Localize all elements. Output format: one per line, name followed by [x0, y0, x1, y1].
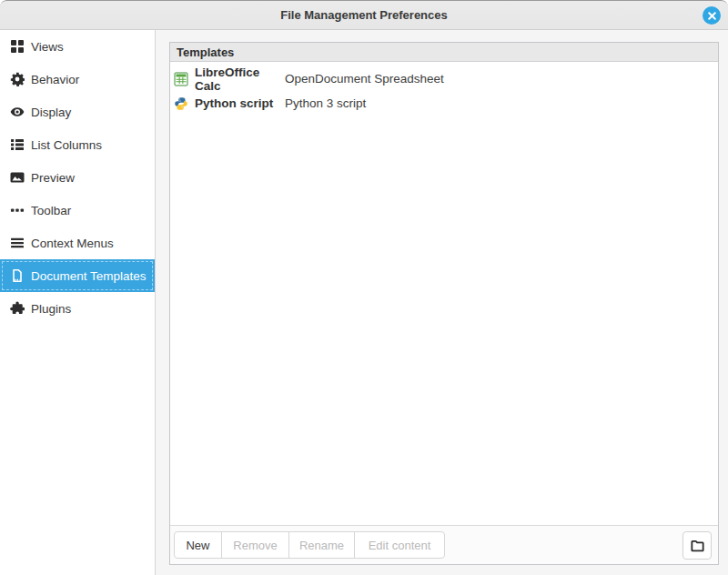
grid-icon	[10, 39, 25, 54]
sidebar-item-label: Context Menus	[31, 237, 114, 250]
sidebar-item-label: Preview	[31, 171, 75, 185]
close-button[interactable]	[703, 6, 721, 25]
remove-button: Remove	[221, 531, 289, 559]
sidebar-item-preview[interactable]: Preview	[0, 161, 155, 194]
sidebar-item-label: Plugins	[31, 302, 71, 316]
templates-frame: Templates LibreOffice Calc OpenDocumen	[169, 42, 719, 565]
sidebar-item-label: Views	[31, 40, 64, 54]
document-templates-panel: Templates LibreOffice Calc OpenDocumen	[156, 30, 728, 575]
file-management-preferences-window: File Management Preferences Views	[0, 0, 728, 575]
sidebar-item-plugins[interactable]: Plugins	[0, 292, 155, 325]
sidebar-item-label: Document Templates	[31, 269, 147, 283]
python-icon	[174, 96, 188, 111]
template-name: LibreOffice Calc	[195, 66, 285, 93]
sidebar-item-toolbar[interactable]: Toolbar	[0, 194, 155, 227]
template-row-libreoffice-calc[interactable]: LibreOffice Calc OpenDocument Spreadshee…	[170, 66, 718, 91]
template-name: Python script	[195, 96, 285, 110]
sidebar-item-behavior[interactable]: Behavior	[0, 63, 155, 96]
sidebar-item-document-templates[interactable]: Document Templates	[0, 259, 155, 292]
sidebar-item-views[interactable]: Views	[0, 30, 155, 63]
puzzle-icon	[10, 301, 25, 316]
templates-toolbar: New Remove Rename Edit content	[170, 525, 718, 564]
edit-content-button: Edit content	[354, 531, 445, 559]
templates-header-label: Templates	[177, 45, 234, 59]
menu-lines-icon	[10, 236, 25, 250]
eye-icon	[10, 105, 25, 119]
templates-column-header[interactable]: Templates	[170, 43, 718, 62]
dots-icon	[10, 203, 25, 217]
close-icon	[707, 11, 717, 21]
template-description: OpenDocument Spreadsheet	[285, 72, 444, 86]
template-row-python-script[interactable]: Python script Python 3 script	[170, 91, 718, 116]
calc-icon	[174, 72, 188, 86]
sidebar-item-label: Behavior	[31, 73, 79, 86]
templates-list: LibreOffice Calc OpenDocument Spreadshee…	[170, 62, 718, 525]
image-icon	[10, 170, 25, 185]
gear-icon	[10, 72, 25, 86]
template-actions-group: New Remove Rename Edit content	[174, 531, 445, 559]
new-button[interactable]: New	[174, 531, 222, 559]
preferences-sidebar: Views Behavior Display	[0, 30, 156, 575]
open-templates-folder-button[interactable]	[682, 531, 712, 560]
sidebar-item-list-columns[interactable]: List Columns	[0, 128, 155, 161]
sidebar-item-display[interactable]: Display	[0, 96, 155, 128]
list-columns-icon	[10, 137, 25, 152]
document-icon	[10, 268, 25, 283]
sidebar-item-label: Toolbar	[31, 204, 71, 217]
sidebar-item-label: List Columns	[31, 138, 102, 152]
rename-button: Rename	[288, 531, 355, 559]
titlebar[interactable]: File Management Preferences	[0, 0, 728, 30]
sidebar-item-context-menus[interactable]: Context Menus	[0, 227, 155, 259]
template-description: Python 3 script	[285, 96, 366, 110]
folder-icon	[690, 538, 705, 553]
window-title: File Management Preferences	[280, 8, 448, 22]
sidebar-item-label: Display	[31, 106, 71, 119]
